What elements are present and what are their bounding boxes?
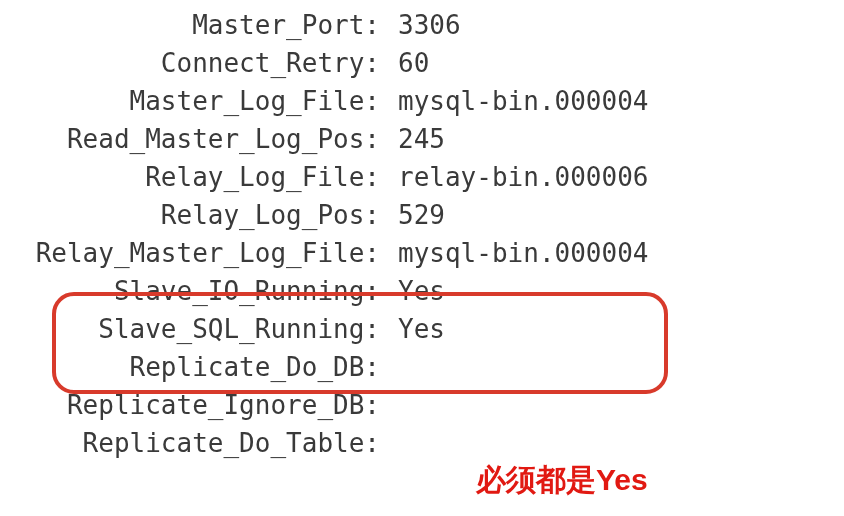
- status-value: relay-bin.000006: [398, 158, 844, 196]
- status-label: Slave_IO_Running:: [0, 272, 380, 310]
- status-label: Master_Port:: [0, 6, 380, 44]
- status-row: Relay_Log_File: relay-bin.000006: [0, 158, 844, 196]
- status-label: Connect_Retry:: [0, 44, 380, 82]
- status-label: Relay_Log_File:: [0, 158, 380, 196]
- status-value: 245: [398, 120, 844, 158]
- status-value: Yes: [398, 310, 844, 348]
- status-row: Slave_IO_Running: Yes: [0, 272, 844, 310]
- status-label: Replicate_Do_DB:: [0, 348, 380, 386]
- status-value: mysql-bin.000004: [398, 234, 844, 272]
- status-value: 529: [398, 196, 844, 234]
- status-value: [398, 348, 844, 386]
- status-row: Read_Master_Log_Pos: 245: [0, 120, 844, 158]
- status-row: Connect_Retry: 60: [0, 44, 844, 82]
- annotation-note: 必须都是Yes: [476, 460, 648, 501]
- status-row: Replicate_Do_Table:: [0, 424, 844, 462]
- status-row: Master_Port: 3306: [0, 6, 844, 44]
- status-row: Relay_Master_Log_File: mysql-bin.000004: [0, 234, 844, 272]
- status-label: Replicate_Do_Table:: [0, 424, 380, 462]
- status-label: Relay_Log_Pos:: [0, 196, 380, 234]
- status-row: Master_Log_File: mysql-bin.000004: [0, 82, 844, 120]
- status-row: Slave_SQL_Running: Yes: [0, 310, 844, 348]
- status-label: Slave_SQL_Running:: [0, 310, 380, 348]
- status-value: 3306: [398, 6, 844, 44]
- status-row: Relay_Log_Pos: 529: [0, 196, 844, 234]
- status-label: Master_Log_File:: [0, 82, 380, 120]
- status-value: 60: [398, 44, 844, 82]
- status-value: mysql-bin.000004: [398, 82, 844, 120]
- status-value: [398, 424, 844, 462]
- status-label: Replicate_Ignore_DB:: [0, 386, 380, 424]
- status-row: Replicate_Do_DB:: [0, 348, 844, 386]
- status-value: Yes: [398, 272, 844, 310]
- status-label: Relay_Master_Log_File:: [0, 234, 380, 272]
- status-value: [398, 386, 844, 424]
- status-label: Read_Master_Log_Pos:: [0, 120, 380, 158]
- mysql-slave-status-output: Master_Port: 3306 Connect_Retry: 60 Mast…: [0, 0, 844, 462]
- status-row: Replicate_Ignore_DB:: [0, 386, 844, 424]
